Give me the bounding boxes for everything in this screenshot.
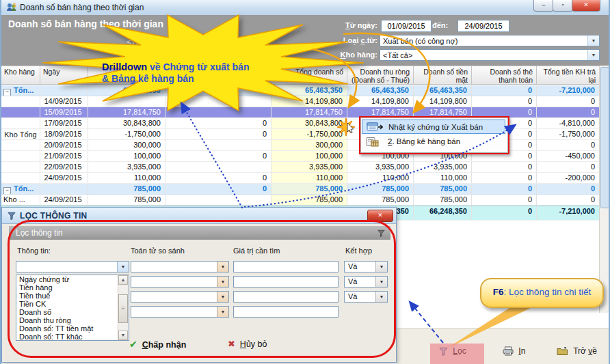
chevron-down-icon[interactable]: ▼ [587, 36, 599, 46]
to-date-label: đến: [432, 21, 454, 29]
value-input-1[interactable] [233, 261, 339, 272]
operator-select-2[interactable]: ▼ [131, 276, 229, 288]
table-row[interactable]: 20/09/2015300,000300,00000 [1, 140, 600, 151]
table-cell: -450,000 [537, 151, 600, 161]
table-cell: 300,000 [271, 140, 347, 150]
warehouse-select[interactable]: <Tất cả>▼ [380, 49, 600, 61]
table-cell: 110,000 [271, 173, 347, 183]
table-row[interactable]: 15/09/201517,814,75017,814,75017,814,750… [1, 107, 600, 118]
column-header[interactable]: Ngày [40, 66, 88, 85]
table-cell [165, 140, 271, 150]
column-header[interactable]: Doanh thu ròng (Doanh số - Thuế) [347, 66, 414, 85]
scroll-down-icon[interactable]: ▼ [118, 331, 128, 340]
table-row[interactable]: 17/09/201530,843,800030,843,8000-4,810,0… [1, 118, 600, 129]
join-select-1[interactable]: Và▼ [344, 261, 388, 272]
list-scrollbar[interactable]: ▲ ≡ ▼ [118, 275, 129, 340]
cancel-button[interactable]: ✖ Hủy bỏ [228, 339, 267, 349]
table-cell: 65,463,350 [347, 85, 414, 96]
click-burst-icon [337, 118, 355, 136]
table-cell: 66,248,350 [414, 206, 472, 220]
maximize-button[interactable]: ▫ [553, 0, 573, 12]
table-cell: 785,000 [414, 184, 472, 194]
printer-icon [503, 346, 514, 356]
doc-type-select[interactable]: Xuất bán (có công nợ)▼ [380, 35, 600, 46]
check-icon: ✔ [129, 339, 137, 350]
chevron-down-icon[interactable]: ▼ [217, 307, 228, 317]
table-cell: 21/09/2015 [40, 151, 88, 161]
table-cell: -200,000 [537, 173, 600, 183]
print-button[interactable]: In [503, 344, 525, 359]
column-header[interactable]: Doanh số tiền mặt [414, 66, 472, 85]
scrollbar-thumb[interactable] [600, 67, 610, 208]
table-cell: 3,935,000 [88, 162, 165, 172]
filter-window: LỌC THÔNG TIN ✕ Lọc thông tin Thông tin:… [1, 207, 397, 363]
close-button[interactable]: ✕ [572, 0, 600, 12]
table-cell: 0 [537, 195, 600, 205]
chevron-down-icon[interactable]: ▼ [217, 262, 228, 272]
table-cell: -1,750,000 [88, 129, 165, 139]
join-select-3[interactable]: Và▼ [344, 291, 388, 303]
field-option[interactable]: Tiền thuế [16, 292, 129, 300]
value-input-3[interactable] [233, 291, 339, 303]
chevron-down-icon[interactable]: ▼ [375, 262, 387, 272]
join-select-2[interactable]: Và▼ [344, 276, 388, 288]
field-option[interactable]: Doanh số: TT tiền mặt [16, 324, 129, 333]
table-row[interactable]: 18/09/2015-1,750,0000-1,750,0000-1,750,0… [1, 129, 600, 140]
field-option[interactable]: Doanh thu ròng [16, 316, 129, 324]
table-cell [1, 162, 40, 172]
table-cell: 0 [472, 195, 537, 205]
table-cell: 100,000 [271, 151, 347, 161]
value-input-4[interactable] [233, 306, 339, 318]
field-option[interactable]: Tiền hàng [16, 283, 129, 292]
report-header: Doanh số bán hàng theo thời gian <Tất cả… [1, 15, 609, 66]
column-header[interactable]: Kho hàng [1, 66, 40, 85]
table-row[interactable]: 22/09/20153,935,0003,935,0003,935,0003,9… [1, 162, 600, 173]
field-option[interactable]: Doanh số: TT khác [16, 333, 129, 341]
chevron-down-icon[interactable]: ▼ [375, 277, 387, 287]
table-cell: 785,000 [88, 184, 165, 194]
table-cell: -1,750,000 [271, 129, 347, 139]
menu-item-bangke[interactable]: 2. Bảng kê hàng bán [362, 135, 505, 149]
field-option[interactable]: Tiền CK [16, 300, 129, 308]
table-row[interactable]: Kho ...24/09/2015785,000785,000785,00078… [1, 195, 600, 206]
chevron-down-icon[interactable]: ▼ [375, 292, 387, 302]
table-row[interactable]: 24/09/2015110,0000110,000110,000110,0000… [1, 173, 600, 184]
chevron-down-icon[interactable]: ▼ [117, 262, 129, 272]
column-header[interactable]: Tổng tiền KH trả lại [537, 66, 600, 85]
value-input-2[interactable] [233, 276, 339, 288]
field-select-1[interactable]: ▼ [16, 261, 129, 272]
table-cell: 20/09/2015 [40, 140, 88, 150]
table-cell: 0 [165, 151, 271, 161]
back-button[interactable]: Trở về [557, 344, 597, 359]
chevron-down-icon[interactable]: ▼ [217, 277, 228, 287]
scrollbar-thumb[interactable]: ≡ [118, 294, 128, 323]
table-vertical-scrollbar[interactable] [599, 66, 610, 313]
collapse-icon[interactable]: − [3, 187, 11, 194]
table-row[interactable]: 21/09/2015100,0000100,000100,000100,0000… [1, 151, 600, 162]
table-cell: 14/09/2015 [40, 96, 88, 107]
column-header[interactable]: Doanh số thẻ thanh toán [472, 66, 537, 85]
filter-close-button[interactable]: ✕ [367, 210, 393, 222]
group-row[interactable]: −Tổn...785,0000785,000785,000785,00000 [1, 184, 600, 195]
table-cell [165, 195, 271, 205]
column-header[interactable]: Tổng doanh số [271, 66, 347, 85]
operator-select-3[interactable]: ▼ [131, 291, 229, 303]
operator-select-4[interactable]: ▼ [131, 306, 229, 318]
filter-panel-header: Lọc thông tin [9, 226, 390, 240]
group-row[interactable]: −Tổn...65,463,350065,463,35065,463,35065… [1, 85, 600, 96]
chevron-down-icon[interactable]: ▼ [217, 292, 228, 302]
scroll-up-icon[interactable]: ▲ [118, 275, 128, 285]
operator-select-1[interactable]: ▼ [131, 261, 229, 272]
to-date-input[interactable] [458, 20, 509, 32]
accept-button[interactable]: ✔ Chấp nhận [129, 339, 186, 350]
field-option[interactable]: Ngày chứng từ [16, 275, 129, 283]
collapse-icon[interactable]: − [3, 89, 11, 96]
menu-item-journal[interactable]: Nhật ký chứng từ Xuất bán [362, 120, 505, 134]
field-option[interactable]: Doanh số [16, 308, 129, 316]
chevron-down-icon[interactable]: ▼ [587, 50, 599, 60]
table-cell: 0 [537, 162, 600, 172]
filter-button-highlight [430, 344, 484, 364]
table-row[interactable]: 14/09/201514,109,80014,109,80014,109,800… [1, 96, 600, 107]
from-date-input[interactable] [381, 20, 432, 32]
minimize-button[interactable]: – [533, 0, 554, 12]
